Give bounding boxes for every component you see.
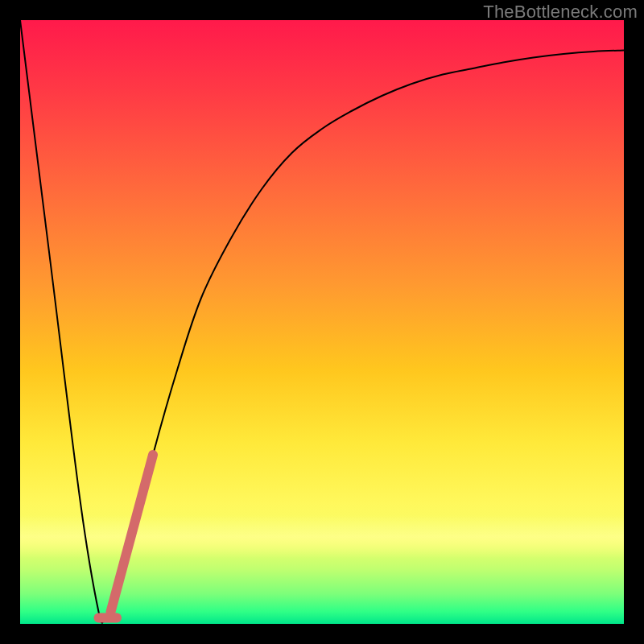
plot-area (20, 20, 624, 624)
bottleneck-curve (20, 20, 624, 623)
chart-frame: TheBottleneck.com (0, 0, 644, 644)
curve-layer (20, 20, 624, 624)
highlight-segment (111, 455, 154, 612)
